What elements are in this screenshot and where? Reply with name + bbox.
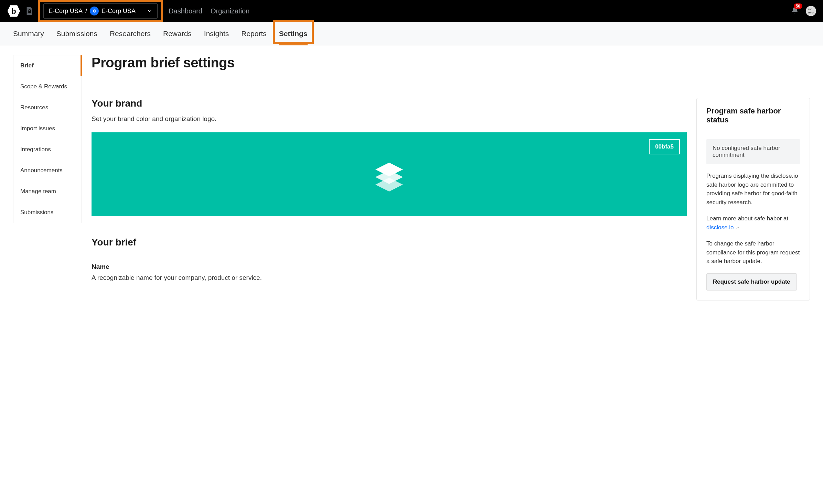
external-link-icon: ↗ — [734, 226, 739, 230]
user-avatar[interactable]: NOIMG — [806, 6, 816, 16]
tab-researchers[interactable]: Researchers — [110, 23, 151, 45]
brief-heading: Your brief — [92, 237, 687, 248]
brand-heading: Your brand — [92, 98, 687, 109]
switcher-org: E-Corp USA — [49, 8, 83, 15]
safe-harbor-desc-3: To change the safe harbor compliance for… — [706, 239, 800, 266]
settings-sidebar: Brief Scope & Rewards Resources Import i… — [13, 55, 82, 223]
bug-icon — [90, 7, 99, 15]
brief-name-label: Name — [92, 263, 687, 271]
brand-color-chip[interactable]: 00bfa5 — [649, 139, 680, 154]
tab-submissions[interactable]: Submissions — [56, 23, 97, 45]
svg-marker-7 — [375, 163, 403, 176]
switcher-separator: / — [85, 8, 87, 15]
tab-summary[interactable]: Summary — [13, 23, 44, 45]
program-switcher[interactable]: E-Corp USA / E-Corp USA — [43, 3, 158, 19]
safe-harbor-desc-2: Learn more about safe habor at disclose.… — [706, 214, 800, 232]
tab-reports[interactable]: Reports — [241, 23, 267, 45]
page-body: Brief Scope & Rewards Resources Import i… — [0, 45, 823, 310]
active-tab-indicator — [279, 44, 308, 45]
safe-harbor-desc-1: Programs displaying the disclose.io safe… — [706, 172, 800, 207]
sidebar-item-import[interactable]: Import issues — [13, 118, 82, 139]
disclose-io-link[interactable]: disclose.io — [706, 224, 734, 231]
main-content: Program brief settings Your brand Set yo… — [92, 55, 810, 300]
svg-text:b: b — [11, 7, 16, 15]
svg-point-4 — [94, 10, 95, 12]
brief-name-help: A recognizable name for your company, pr… — [92, 274, 687, 282]
sidebar-item-manage-team[interactable]: Manage team — [13, 181, 82, 202]
sidebar-item-scope[interactable]: Scope & Rewards — [13, 76, 82, 97]
stacked-layers-icon — [368, 154, 410, 195]
sidebar-item-brief[interactable]: Brief — [13, 55, 82, 76]
tab-rewards[interactable]: Rewards — [163, 23, 192, 45]
bugcrowd-logo-icon[interactable]: b — [7, 4, 21, 18]
svg-rect-2 — [28, 11, 31, 13]
notification-count-badge: 50 — [794, 3, 802, 9]
safe-harbor-heading: Program safe harbor status — [697, 98, 810, 133]
sidebar-item-integrations[interactable]: Integrations — [13, 139, 82, 160]
tab-insights[interactable]: Insights — [204, 23, 229, 45]
notifications-button[interactable]: 50 — [791, 6, 799, 16]
safe-harbor-learn-text: Learn more about safe habor at — [706, 215, 788, 222]
secondary-tabs: Summary Submissions Researchers Rewards … — [0, 22, 823, 45]
tab-settings[interactable]: Settings — [279, 23, 308, 45]
tab-settings-label: Settings — [279, 30, 308, 37]
document-lock-icon[interactable] — [25, 7, 33, 15]
sidebar-item-submissions[interactable]: Submissions — [13, 202, 82, 223]
nav-organization[interactable]: Organization — [211, 7, 249, 15]
chevron-down-icon[interactable] — [142, 4, 152, 18]
brand-description: Set your brand color and organization lo… — [92, 115, 687, 123]
switcher-program: E-Corp USA — [101, 8, 136, 15]
brand-banner[interactable]: 00bfa5 — [92, 132, 687, 216]
page-title: Program brief settings — [92, 55, 810, 70]
sidebar-item-announcements[interactable]: Announcements — [13, 160, 82, 181]
nav-dashboard[interactable]: Dashboard — [169, 7, 202, 15]
top-nav-bar: b E-Corp USA / E-Corp USA Dashboard Org — [0, 0, 823, 22]
sidebar-item-resources[interactable]: Resources — [13, 97, 82, 118]
safe-harbor-notice: No configured safe harbor commitment — [706, 139, 800, 164]
program-switcher-highlighted: E-Corp USA / E-Corp USA — [38, 0, 163, 22]
safe-harbor-card: Program safe harbor status No configured… — [696, 98, 810, 300]
request-safe-harbor-button[interactable]: Request safe harbor update — [706, 273, 797, 291]
